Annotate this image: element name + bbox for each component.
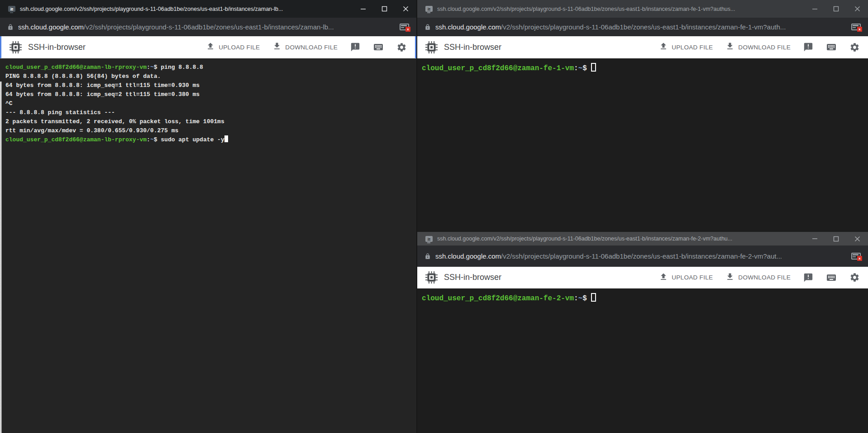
upload-file-button[interactable]: UPLOAD FILE [206,42,260,53]
maximize-button[interactable] [374,0,395,18]
window-title: ssh.cloud.google.com/v2/ssh/projects/pla… [437,236,801,242]
terminal-line: cloud_user_p_cd8f2d66@zaman-fe-2-vm:~$ [422,293,865,303]
window-title: ssh.cloud.google.com/v2/ssh/projects/pla… [437,6,801,12]
titlebar[interactable]: ≥ ssh.cloud.google.com/v2/ssh/projects/p… [417,0,868,18]
lock-icon[interactable] [7,24,14,31]
feedback-button[interactable] [803,42,813,52]
lock-icon[interactable] [424,253,431,260]
keyboard-button[interactable] [826,272,837,283]
window-title: ssh.cloud.google.com/v2/ssh/projects/pla… [20,6,349,12]
titlebar[interactable]: ≥ ssh.cloud.google.com/v2/ssh/projects/p… [0,0,416,18]
settings-button[interactable] [849,42,860,53]
window-controls [804,232,868,245]
minimize-button[interactable] [804,0,825,18]
app-title: SSH-in-browser [444,273,501,282]
address-bar[interactable]: ssh.cloud.google.com/v2/ssh/projects/pla… [0,18,416,36]
window-controls [353,0,416,18]
cookies-blocked-icon[interactable]: x [851,253,861,260]
window-controls [804,0,868,18]
terminal-line: ^C [5,99,414,108]
terminal[interactable]: cloud_user_p_cd8f2d66@zaman-lb-rproxy-vm… [0,58,416,433]
download-icon [725,42,734,53]
feedback-button[interactable] [350,42,360,52]
minimize-button[interactable] [804,232,825,245]
terminal-cursor [224,135,228,142]
ssh-favicon-icon: ≥ [425,236,433,242]
terminal-line: 64 bytes from 8.8.8.8: icmp_seq=1 ttl=11… [5,81,414,90]
address-bar[interactable]: ssh.cloud.google.com/v2/ssh/projects/pla… [417,245,868,267]
terminal-line: cloud_user_p_cd8f2d66@zaman-lb-rproxy-vm… [5,135,414,144]
minimize-button[interactable] [353,0,374,18]
settings-button[interactable] [396,42,407,53]
lock-icon[interactable] [424,24,431,31]
maximize-button[interactable] [825,232,847,245]
upload-icon [206,42,215,53]
keyboard-button[interactable] [826,42,837,53]
terminal[interactable]: cloud_user_p_cd8f2d66@zaman-fe-2-vm:~$ [417,289,868,433]
download-icon [725,272,734,283]
ssh-toolbar: SSH-in-browser UPLOAD FILE DOWNLOAD FILE [0,36,416,58]
terminal-line: PING 8.8.8.8 (8.8.8.8) 56(84) bytes of d… [5,72,414,81]
address-bar[interactable]: ssh.cloud.google.com/v2/ssh/projects/pla… [417,18,868,36]
download-file-button[interactable]: DOWNLOAD FILE [725,42,791,53]
app-title: SSH-in-browser [28,43,86,52]
chip-icon [425,271,438,284]
background-window-edge [0,82,2,433]
settings-button[interactable] [849,272,860,283]
upload-icon [659,42,668,53]
upload-file-button[interactable]: UPLOAD FILE [659,272,713,283]
terminal-line: 2 packets transmitted, 2 received, 0% pa… [5,117,414,126]
app-title: SSH-in-browser [444,43,501,52]
chip-icon [425,41,438,53]
url-field[interactable]: ssh.cloud.google.com/v2/ssh/projects/pla… [18,23,393,31]
ssh-favicon-icon: ≥ [425,6,433,12]
terminal-cursor [591,63,596,72]
cookies-blocked-icon[interactable]: x [851,24,861,30]
maximize-button[interactable] [825,0,847,18]
terminal-line: --- 8.8.8.8 ping statistics --- [5,108,414,117]
terminal-line: cloud_user_p_cd8f2d66@zaman-fe-1-vm:~$ [422,63,865,73]
feedback-button[interactable] [803,273,813,283]
url-field[interactable]: ssh.cloud.google.com/v2/ssh/projects/pla… [435,252,845,260]
terminal-line: rtt min/avg/max/mdev = 0.380/0.655/0.930… [5,126,414,135]
terminal-line: 64 bytes from 8.8.8.8: icmp_seq=2 ttl=11… [5,90,414,99]
close-button[interactable] [395,0,416,18]
ssh-window-fe-1: ≥ ssh.cloud.google.com/v2/ssh/projects/p… [416,0,868,232]
url-field[interactable]: ssh.cloud.google.com/v2/ssh/projects/pla… [435,23,845,31]
ssh-toolbar: SSH-in-browser UPLOAD FILE DOWNLOAD FILE [417,267,868,289]
close-button[interactable] [847,232,868,245]
terminal-cursor [591,293,596,302]
upload-icon [659,272,668,283]
cookies-blocked-icon[interactable]: x [400,24,409,30]
ssh-window-fe-2: ≥ ssh.cloud.google.com/v2/ssh/projects/p… [416,232,868,433]
ssh-toolbar: SSH-in-browser UPLOAD FILE DOWNLOAD FILE [417,36,868,58]
download-file-button[interactable]: DOWNLOAD FILE [272,42,338,53]
keyboard-button[interactable] [373,42,384,53]
terminal[interactable]: cloud_user_p_cd8f2d66@zaman-fe-1-vm:~$ [417,58,868,232]
close-button[interactable] [847,0,868,18]
download-icon [272,42,281,53]
download-file-button[interactable]: DOWNLOAD FILE [725,272,791,283]
ssh-window-lb-rproxy: ≥ ssh.cloud.google.com/v2/ssh/projects/p… [0,0,416,433]
terminal-line: cloud_user_p_cd8f2d66@zaman-lb-rproxy-vm… [5,63,414,72]
ssh-favicon-icon: ≥ [8,6,15,12]
chip-icon [10,41,22,53]
titlebar[interactable]: ≥ ssh.cloud.google.com/v2/ssh/projects/p… [417,232,868,245]
upload-file-button[interactable]: UPLOAD FILE [659,42,713,53]
